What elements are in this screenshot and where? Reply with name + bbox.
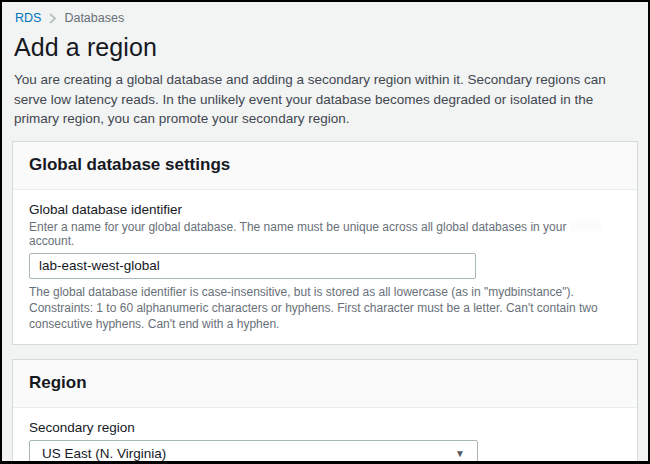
global-db-identifier-help: Enter a name for your global database. T… [29,220,621,248]
breadcrumb: RDS Databases [2,2,648,25]
breadcrumb-databases: Databases [64,11,124,25]
redacted-account-gap [570,221,602,231]
secondary-region-select[interactable]: US East (N. Virginia) ▼ [29,440,478,464]
global-database-settings-heading: Global database settings [29,155,621,175]
region-heading: Region [29,373,621,393]
global-db-identifier-constraints: The global database identifier is case-i… [29,284,621,333]
global-database-settings-body: Global database identifier Enter a name … [13,190,637,345]
region-body: Secondary region US East (N. Virginia) ▼ [13,408,637,464]
global-database-settings-header: Global database settings [13,142,637,190]
region-header: Region [13,360,637,408]
global-db-identifier-label: Global database identifier [29,202,621,217]
breadcrumb-rds-link[interactable]: RDS [15,11,41,25]
page-title: Add a region [14,33,648,62]
secondary-region-selected-value: US East (N. Virginia) [42,446,166,461]
help-text-after: account. [29,234,74,248]
chevron-right-icon [48,13,57,24]
dropdown-caret-icon: ▼ [455,449,465,459]
region-panel: Region Secondary region US East (N. Virg… [12,359,638,464]
page-description: You are creating a global database and a… [14,70,636,129]
rds-add-region-page: RDS Databases Add a region You are creat… [0,0,650,464]
global-db-identifier-input[interactable] [29,253,476,279]
help-text-before: Enter a name for your global database. T… [29,220,566,234]
secondary-region-label: Secondary region [29,420,621,435]
global-database-settings-panel: Global database settings Global database… [12,141,638,346]
